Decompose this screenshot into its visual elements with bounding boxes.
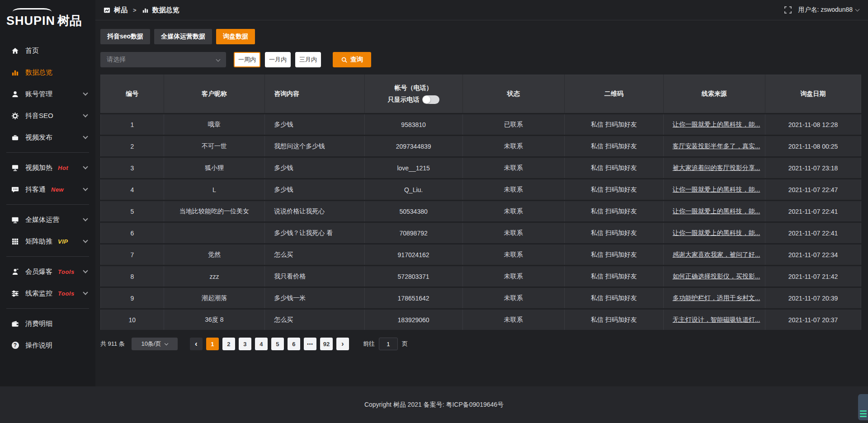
- cell-nickname: zzz: [164, 266, 265, 287]
- cell-account: 2097344839: [364, 136, 462, 157]
- search-button[interactable]: 查询: [333, 52, 371, 67]
- service-widget[interactable]: [858, 394, 868, 420]
- sidebar-item-clue-monitor[interactable]: 线索监控Tools: [0, 282, 95, 304]
- cell-qr[interactable]: 私信 扫码加好友: [564, 114, 663, 136]
- tab-douyin-seo-data[interactable]: 抖音seo数据: [100, 29, 150, 44]
- cell-qr[interactable]: 私信 扫码加好友: [564, 244, 663, 266]
- cell-nickname: 不可一世: [164, 136, 265, 157]
- cell-nickname: 当地比较能吃的一位美女: [164, 201, 265, 222]
- page-button-3[interactable]: 3: [239, 338, 251, 350]
- cell-qr[interactable]: 私信 扫码加好友: [564, 266, 663, 287]
- cell-nickname: 哦章: [164, 114, 265, 136]
- cell-qr[interactable]: 私信 扫码加好友: [564, 222, 663, 244]
- sidebar-item-douyin-seo[interactable]: 抖音SEO: [0, 105, 95, 127]
- table-header-content: 咨询内容: [265, 75, 364, 114]
- filter-select[interactable]: 请选择: [100, 52, 226, 67]
- badge-new: New: [51, 186, 64, 193]
- search-icon: [341, 56, 348, 63]
- page-button-4[interactable]: 4: [255, 338, 268, 350]
- logo-text-cn: 树品: [57, 13, 82, 29]
- cell-source[interactable]: 被大家追着问的客厅投影分享...: [663, 157, 765, 179]
- sidebar-item-matrix-boost[interactable]: 矩阵助推VIP: [0, 230, 95, 252]
- cell-account: 50534380: [364, 201, 462, 222]
- prev-page-button[interactable]: ‹: [190, 338, 203, 350]
- goto-page-input[interactable]: 1: [379, 338, 398, 350]
- sidebar-item-label: 全媒体运营: [25, 216, 59, 224]
- sidebar-divider: [6, 256, 89, 257]
- cell-source[interactable]: 无主灯设计，智能磁吸轨道灯...: [663, 309, 765, 331]
- tab-media-ops-data[interactable]: 全媒体运营数据: [154, 29, 212, 44]
- sidebar-item-home[interactable]: 首页: [0, 40, 95, 61]
- fullscreen-icon[interactable]: [784, 6, 792, 14]
- video-heat-icon: [11, 164, 19, 172]
- sidebar-item-label: 视频加热: [25, 164, 52, 172]
- cell-qr[interactable]: 私信 扫码加好友: [564, 287, 663, 309]
- tab-inquiry-data[interactable]: 询盘数据: [216, 29, 255, 44]
- cell-source[interactable]: 客厅安装投影半年多了，真实...: [663, 136, 765, 157]
- cell-source[interactable]: 让你一眼就爱上的黑科技，能...: [663, 114, 765, 136]
- page-ellipsis-button[interactable]: •••: [304, 338, 316, 350]
- sidebar-item-video-publish[interactable]: 视频发布: [0, 127, 95, 148]
- sidebar-item-expense[interactable]: 消费明细: [0, 313, 95, 334]
- app-logo: SHUPIN 树品: [0, 5, 95, 37]
- cell-content: 我想问这个多少钱: [265, 136, 364, 157]
- page-button-1[interactable]: 1: [206, 338, 219, 350]
- sidebar-item-video-heat[interactable]: 视频加热Hot: [0, 157, 95, 179]
- chevron-down-icon: [83, 216, 88, 221]
- cell-content: 说说价格让我死心: [265, 201, 364, 222]
- per-page-select[interactable]: 10条/页: [132, 338, 178, 350]
- chevron-down-icon: [216, 57, 221, 61]
- cell-qr[interactable]: 私信 扫码加好友: [564, 157, 663, 179]
- table-header-id: 编号: [101, 75, 164, 114]
- username-label: 用户名: zswodun88: [798, 6, 853, 14]
- cell-account: 9583810: [364, 114, 462, 136]
- cell-source[interactable]: 如何正确选择投影仪，买投影...: [663, 266, 765, 287]
- next-page-button[interactable]: ›: [336, 338, 349, 350]
- cell-id: 6: [101, 222, 164, 244]
- table-row: 3狐小狸多少钱love__1215未联系私信 扫码加好友被大家追着问的客厅投影分…: [101, 157, 861, 179]
- sidebar-item-label: 消费明细: [25, 320, 52, 328]
- cell-qr[interactable]: 私信 扫码加好友: [564, 136, 663, 157]
- sidebar-item-media-ops[interactable]: 全媒体运营: [0, 209, 95, 230]
- cell-source[interactable]: 多功能护栏灯，适用于乡村文...: [663, 287, 765, 309]
- cell-qr[interactable]: 私信 扫码加好友: [564, 201, 663, 222]
- date-range-group: 一周内一月内三月内: [226, 52, 321, 67]
- cell-account: 183929060: [364, 309, 462, 331]
- cell-qr[interactable]: 私信 扫码加好友: [564, 309, 663, 331]
- page-button-92[interactable]: 92: [320, 338, 333, 350]
- cell-source[interactable]: 让你一眼就爱上的黑科技，能...: [663, 201, 765, 222]
- sidebar-item-help[interactable]: ?操作说明: [0, 334, 95, 356]
- breadcrumb-chart-icon: [142, 7, 149, 14]
- cell-source[interactable]: 感谢大家喜欢我家，被问了好...: [663, 244, 765, 266]
- sidebar-item-account[interactable]: 账号管理: [0, 83, 95, 105]
- cell-source[interactable]: 让你一眼就爱上的黑科技，能...: [663, 222, 765, 244]
- cell-qr[interactable]: 私信 扫码加好友: [564, 179, 663, 201]
- toggle-knob: [423, 96, 430, 103]
- sidebar-item-label: 首页: [25, 47, 39, 55]
- cell-status: 未联系: [462, 157, 564, 179]
- sidebar-item-data-overview[interactable]: 数据总览: [0, 61, 95, 83]
- page-button-5[interactable]: 5: [271, 338, 284, 350]
- page-button-6[interactable]: 6: [288, 338, 300, 350]
- sidebar-item-doukertong[interactable]: 抖客通New: [0, 179, 95, 200]
- user-menu[interactable]: 用户名: zswodun88: [798, 6, 859, 14]
- cell-content: 多少钱: [265, 179, 364, 201]
- breadcrumb-root[interactable]: 树品: [114, 6, 127, 14]
- range-button-three-month[interactable]: 三月内: [295, 52, 321, 67]
- cell-content: 多少钱？让我死心 看: [265, 222, 364, 244]
- cell-id: 9: [101, 287, 164, 309]
- cell-status: 未联系: [462, 136, 564, 157]
- cell-source[interactable]: 让你一眼就爱上的黑科技，能...: [663, 179, 765, 201]
- page-button-2[interactable]: 2: [222, 338, 235, 350]
- total-count-label: 共 911 条: [100, 340, 125, 348]
- sidebar-item-member-boom[interactable]: 会员爆客Tools: [0, 261, 95, 282]
- goto-page: 前往 1 页: [363, 338, 408, 350]
- phone-only-toggle[interactable]: [422, 95, 439, 104]
- topbar-right: 用户名: zswodun88: [784, 6, 859, 14]
- cell-account: 178651642: [364, 287, 462, 309]
- range-button-one-week[interactable]: 一周内: [234, 52, 260, 67]
- cell-nickname: 狐小狸: [164, 157, 265, 179]
- range-button-one-month[interactable]: 一月内: [265, 52, 291, 67]
- sidebar-item-label: 抖音SEO: [25, 112, 53, 120]
- sidebar-divider: [6, 152, 89, 153]
